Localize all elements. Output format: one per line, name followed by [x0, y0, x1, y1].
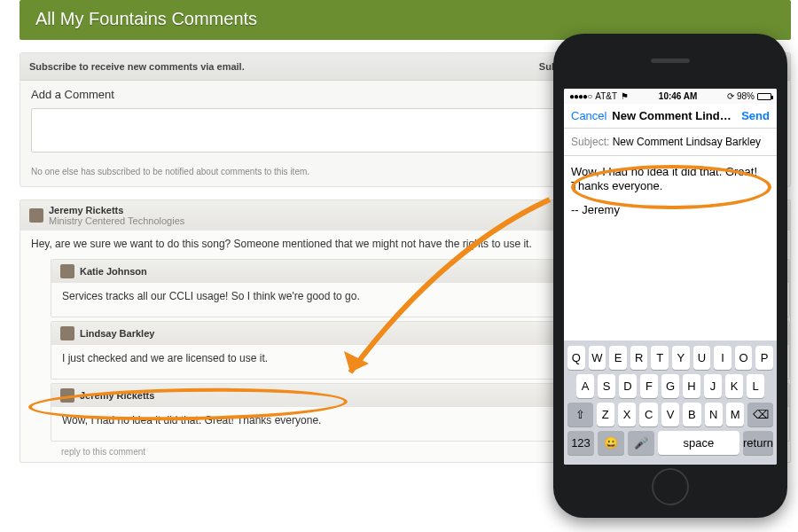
- subject-row[interactable]: Subject: New Comment Lindsay Barkley: [564, 129, 777, 156]
- battery-icon: [757, 93, 771, 100]
- annotation-arrow: [310, 195, 567, 390]
- avatar: [60, 326, 74, 340]
- keyboard: QWERTYUIOP ASDFGHJKL ⇧ZXCVBNM⌫ 123😀🎤spac…: [564, 340, 777, 465]
- key-h[interactable]: H: [683, 374, 700, 398]
- clock-label: 10:46 AM: [629, 91, 727, 101]
- key-n[interactable]: N: [705, 403, 723, 426]
- key-f[interactable]: F: [640, 374, 658, 398]
- avatar: [60, 264, 74, 278]
- comment-author: Jeremy Ricketts: [49, 205, 123, 215]
- key-123[interactable]: 123: [567, 431, 594, 455]
- key-return[interactable]: return: [743, 431, 773, 455]
- send-button[interactable]: Send: [741, 109, 770, 122]
- reply-author: Lindsay Barkley: [80, 328, 154, 339]
- phone-mockup: ●●●●○ AT&T ⚑ 10:46 AM ⟳ 98% Cancel New C…: [553, 34, 787, 518]
- key-w[interactable]: W: [589, 346, 606, 370]
- key-y[interactable]: Y: [672, 346, 690, 370]
- key-i[interactable]: I: [714, 346, 732, 370]
- key-t[interactable]: T: [651, 346, 669, 370]
- key-b[interactable]: B: [683, 403, 700, 426]
- wifi-icon: ⚑: [621, 91, 629, 101]
- key-m[interactable]: M: [726, 403, 744, 426]
- key-z[interactable]: Z: [597, 403, 614, 426]
- key-⌫[interactable]: ⌫: [747, 403, 773, 426]
- key-🎤[interactable]: 🎤: [628, 431, 654, 455]
- cancel-button[interactable]: Cancel: [571, 109, 606, 122]
- subscriber-notice: No one else has subscribed to be notifie…: [31, 167, 309, 176]
- key-x[interactable]: X: [618, 403, 636, 426]
- key-😀[interactable]: 😀: [598, 431, 624, 455]
- key-e[interactable]: E: [609, 346, 627, 370]
- key-c[interactable]: C: [639, 403, 657, 426]
- key-space[interactable]: space: [658, 431, 739, 455]
- carrier-label: AT&T: [595, 91, 617, 101]
- status-bar: ●●●●○ AT&T ⚑ 10:46 AM ⟳ 98%: [564, 89, 777, 104]
- battery-label: ⟳ 98%: [727, 91, 755, 101]
- subject-label: Subject:: [571, 136, 609, 148]
- key-o[interactable]: O: [735, 346, 753, 370]
- key-s[interactable]: S: [598, 374, 615, 398]
- key-j[interactable]: J: [704, 374, 722, 398]
- nav-title: New Comment Lindsa…: [612, 109, 736, 122]
- key-r[interactable]: R: [630, 346, 648, 370]
- key-u[interactable]: U: [693, 346, 711, 370]
- key-g[interactable]: G: [661, 374, 679, 398]
- comment-org: Ministry Centered Technologies: [49, 215, 184, 226]
- annotation-oval-phone: [571, 165, 771, 209]
- key-⇧[interactable]: ⇧: [567, 403, 593, 426]
- key-v[interactable]: V: [661, 403, 679, 426]
- key-k[interactable]: K: [725, 374, 743, 398]
- key-q[interactable]: Q: [567, 346, 585, 370]
- signal-dots-icon: ●●●●○: [569, 91, 591, 101]
- reply-author: Katie Johnson: [80, 266, 147, 277]
- key-d[interactable]: D: [619, 374, 637, 398]
- subscribe-text: Subscribe to receive new comments via em…: [29, 61, 245, 72]
- subject-value: New Comment Lindsay Barkley: [613, 136, 761, 148]
- key-l[interactable]: L: [747, 374, 764, 398]
- key-p[interactable]: P: [755, 346, 773, 370]
- key-a[interactable]: A: [576, 374, 594, 398]
- avatar: [29, 208, 43, 223]
